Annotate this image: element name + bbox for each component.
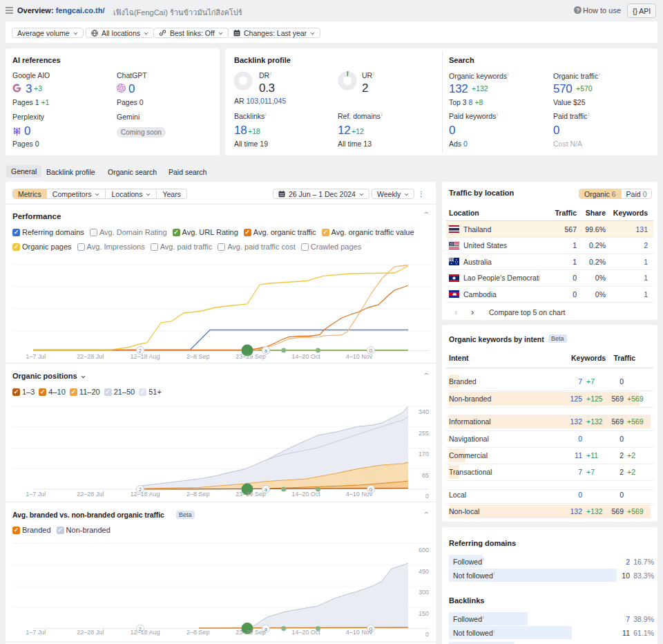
svg-text:170: 170 [419, 451, 429, 457]
svg-text:340: 340 [419, 408, 429, 415]
svg-text:4–10 Nov: 4–10 Nov [346, 353, 373, 360]
svg-text:2: 2 [139, 348, 142, 353]
svg-text:14–20 Oct: 14–20 Oct [291, 491, 320, 498]
svg-text:300: 300 [419, 589, 429, 596]
svg-text:2–8 Sep: 2–8 Sep [186, 491, 210, 498]
svg-text:1–7 Jul: 1–7 Jul [26, 353, 46, 360]
svg-text:G: G [369, 348, 372, 353]
svg-text:2–8 Sep: 2–8 Sep [186, 353, 210, 360]
svg-text:22–28 Jul: 22–28 Jul [77, 629, 104, 636]
svg-text:23–29 Sep: 23–29 Sep [236, 491, 266, 498]
svg-text:22–28 Jul: 22–28 Jul [77, 491, 104, 498]
svg-text:600: 600 [419, 547, 429, 553]
svg-text:12–18 Aug: 12–18 Aug [130, 353, 160, 360]
svg-text:4–10 Nov: 4–10 Nov [346, 629, 373, 636]
svg-text:2–8 Sep: 2–8 Sep [186, 629, 210, 636]
svg-text:85: 85 [422, 472, 429, 479]
svg-text:a: a [265, 348, 267, 353]
svg-text:450: 450 [419, 568, 429, 575]
svg-text:150: 150 [419, 610, 429, 617]
svg-text:22–28 Jul: 22–28 Jul [77, 353, 104, 360]
svg-text:23–29 Sep: 23–29 Sep [236, 629, 266, 636]
svg-text:0: 0 [425, 631, 429, 638]
svg-text:23–29 Sep: 23–29 Sep [236, 353, 266, 360]
svg-text:255: 255 [419, 430, 429, 437]
svg-text:1–7 Jul: 1–7 Jul [26, 491, 46, 498]
svg-text:14–20 Oct: 14–20 Oct [291, 629, 320, 636]
svg-text:14–20 Oct: 14–20 Oct [291, 353, 320, 360]
svg-text:12–18 Aug: 12–18 Aug [130, 491, 160, 498]
svg-text:0: 0 [425, 493, 429, 500]
svg-text:4–10 Nov: 4–10 Nov [346, 491, 373, 498]
svg-text:12–18 Aug: 12–18 Aug [130, 629, 160, 636]
svg-text:1–7 Jul: 1–7 Jul [26, 629, 46, 636]
